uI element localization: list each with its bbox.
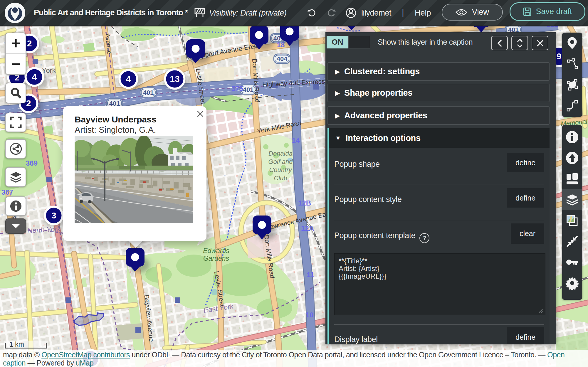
svg-text:369: 369 bbox=[26, 159, 38, 167]
svg-text:10: 10 bbox=[306, 311, 314, 319]
svg-text:2: 2 bbox=[27, 38, 32, 48]
svg-text:401: 401 bbox=[243, 86, 254, 93]
svg-text:Country: Country bbox=[269, 166, 292, 174]
svg-text:401: 401 bbox=[143, 89, 154, 96]
svg-text:18: 18 bbox=[277, 41, 285, 49]
svg-text:1 km: 1 km bbox=[9, 341, 24, 348]
svg-text:375: 375 bbox=[231, 85, 243, 92]
svg-text:13: 13 bbox=[170, 74, 179, 84]
svg-text:Club: Club bbox=[274, 174, 287, 182]
svg-text:Gardens: Gardens bbox=[203, 255, 229, 262]
svg-text:Edwards: Edwards bbox=[203, 247, 229, 255]
svg-text:4: 4 bbox=[32, 72, 37, 82]
svg-text:12B: 12B bbox=[298, 199, 311, 207]
svg-text:367: 367 bbox=[1, 188, 13, 196]
svg-text:3: 3 bbox=[51, 211, 56, 220]
svg-text:Golf and: Golf and bbox=[268, 158, 293, 165]
svg-text:4: 4 bbox=[126, 74, 131, 84]
svg-text:12A: 12A bbox=[301, 224, 314, 232]
svg-text:404: 404 bbox=[277, 55, 288, 63]
svg-text:Donalda: Donalda bbox=[268, 150, 293, 157]
svg-text:11: 11 bbox=[307, 271, 314, 279]
svg-text:2: 2 bbox=[26, 98, 31, 108]
svg-text:14: 14 bbox=[292, 137, 300, 144]
svg-text:9: 9 bbox=[557, 51, 562, 61]
